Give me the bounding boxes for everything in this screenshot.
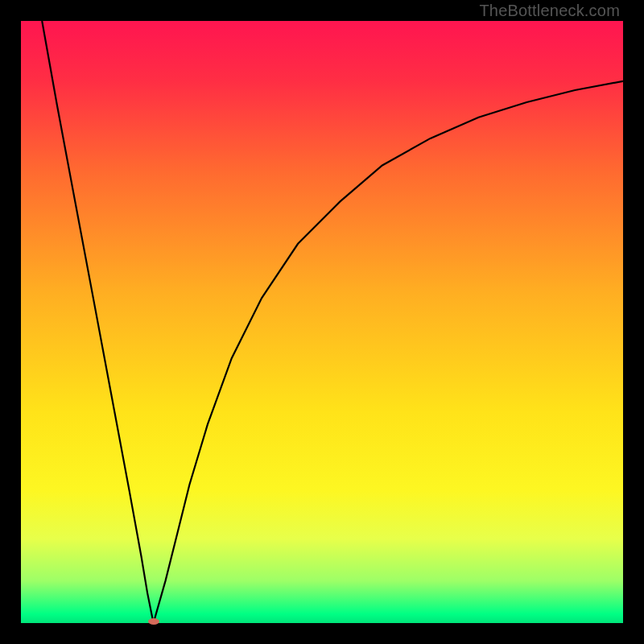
watermark-text: TheBottleneck.com [479, 2, 620, 20]
bottleneck-chart [21, 21, 623, 623]
gradient-background [21, 21, 623, 623]
chart-frame [21, 21, 623, 623]
